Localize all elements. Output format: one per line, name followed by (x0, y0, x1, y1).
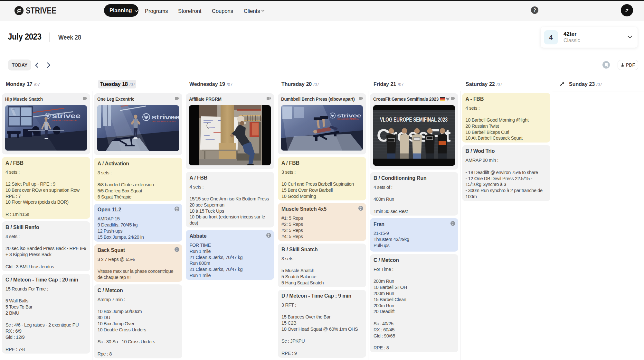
svg-text:UNLEASH YOUR POTENTIAL: UNLEASH YOUR POTENTIAL (152, 120, 177, 122)
svg-text:UNLEASH YOUR POTENTIAL: UNLEASH YOUR POTENTIAL (52, 119, 78, 121)
svg-text:UNLEASH YOUR POTENTIAL: UNLEASH YOUR POTENTIAL (337, 118, 359, 120)
svg-text:strivee: strivee (151, 114, 179, 121)
svg-text:strivee: strivee (337, 113, 361, 119)
svg-text:VLOG EUROPE SEMIFINAL 2023: VLOG EUROPE SEMIFINAL 2023 (380, 116, 448, 123)
svg-text:strivee: strivee (52, 112, 81, 119)
